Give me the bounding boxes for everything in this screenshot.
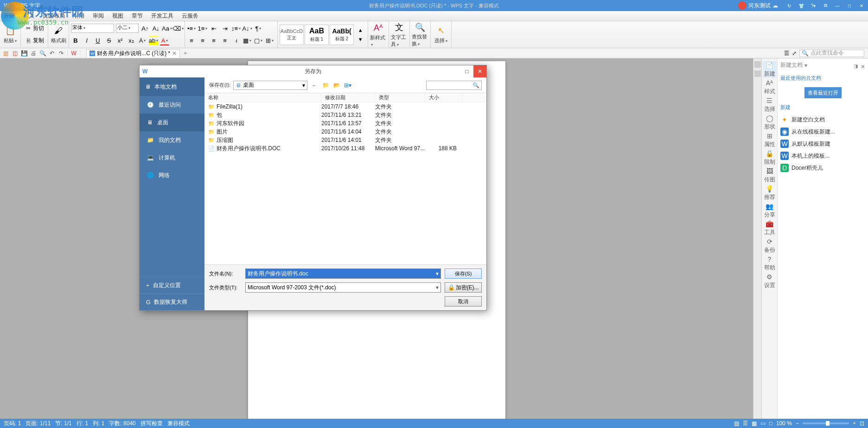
- task-pane-expand-icon[interactable]: ◨: [854, 64, 858, 70]
- increase-indent-icon[interactable]: ⇥: [220, 24, 230, 33]
- text-tools-button[interactable]: 文文字工具: [391, 23, 408, 47]
- find-replace-button[interactable]: 🔍查找替换: [412, 23, 428, 47]
- align-right-icon[interactable]: ≡: [209, 36, 218, 45]
- menu-section[interactable]: 章节: [132, 12, 143, 20]
- qat-new-icon[interactable]: ▥: [2, 50, 9, 57]
- cut-button[interactable]: ✂剪切: [23, 24, 46, 33]
- zoom-level[interactable]: 100 %: [776, 420, 792, 427]
- align-center-icon[interactable]: ≡: [198, 36, 207, 45]
- menu-developer[interactable]: 开发工具: [151, 12, 173, 20]
- side-icon-1[interactable]: [754, 61, 761, 68]
- tabs-icon[interactable]: ⊞: [265, 36, 274, 45]
- borders-icon[interactable]: ▢: [254, 36, 263, 45]
- font-name-combo[interactable]: 宋体: [71, 24, 114, 33]
- align-left-icon[interactable]: ≡: [187, 36, 196, 45]
- up-icon[interactable]: 📁: [321, 81, 330, 89]
- underline-button[interactable]: U: [93, 36, 102, 45]
- menu-page-layout[interactable]: 页面布局: [43, 12, 65, 20]
- minimize-button[interactable]: —: [833, 1, 842, 10]
- task-pane-close-icon[interactable]: ✕: [861, 64, 865, 70]
- rail-backup[interactable]: ⟳备份: [763, 237, 777, 254]
- status-pages[interactable]: 页面: 1/11: [26, 420, 51, 428]
- qat-print-icon[interactable]: 🖨: [30, 50, 37, 57]
- bullets-icon[interactable]: •≡: [187, 24, 196, 33]
- new-tab-button[interactable]: +: [181, 50, 190, 57]
- new-folder-icon[interactable]: 📂: [332, 81, 341, 89]
- paste-button[interactable]: 📋 粘贴: [2, 23, 19, 47]
- zoom-in-button[interactable]: +: [853, 420, 856, 427]
- view-print-layout-icon[interactable]: ▤: [734, 420, 739, 427]
- save-location-combo[interactable]: 🖥桌面▾: [233, 81, 307, 90]
- chevron-down-icon[interactable]: ▾: [804, 62, 807, 69]
- shading-icon[interactable]: ▦: [243, 36, 252, 45]
- zoom-slider[interactable]: [803, 422, 849, 424]
- rail-props[interactable]: ⊞属性: [763, 132, 777, 148]
- panel-toggle-icon[interactable]: ☰: [784, 50, 789, 57]
- italic-button[interactable]: I: [82, 36, 91, 45]
- view-icon[interactable]: ⊞▾: [344, 81, 352, 89]
- status-words[interactable]: 字数: 8040: [109, 420, 135, 428]
- save-button[interactable]: 保存(S): [445, 268, 482, 279]
- rail-new[interactable]: 📄新建: [763, 61, 777, 78]
- qat-undo-icon[interactable]: ↶: [48, 50, 56, 57]
- new-style-button[interactable]: Aᴬ新样式: [370, 23, 387, 47]
- style-scroll-up[interactable]: ▴: [356, 26, 365, 35]
- sidebar-item-network[interactable]: 🌐网络: [140, 166, 204, 184]
- rail-select[interactable]: ☰选择: [763, 96, 777, 113]
- docer-link[interactable]: DDocer稻壳儿: [780, 162, 865, 174]
- col-size[interactable]: 大小: [425, 93, 462, 102]
- bold-button[interactable]: B: [71, 36, 80, 45]
- side-icon-2[interactable]: [754, 70, 761, 77]
- recent-cloud-link[interactable]: 最近使用的云文档: [780, 75, 865, 82]
- file-search-box[interactable]: 🔍: [426, 81, 482, 90]
- show-marks-icon[interactable]: ¶: [254, 24, 263, 33]
- menu-view[interactable]: 视图: [112, 12, 123, 20]
- qat-wps-icon[interactable]: W: [70, 50, 77, 57]
- file-row[interactable]: 📁图片2017/11/6 14:04文件夹: [204, 128, 486, 136]
- text-effects-icon[interactable]: A: [138, 36, 147, 45]
- strike-button[interactable]: S: [104, 36, 114, 45]
- new-blank-doc[interactable]: ✦新建空白文档: [780, 114, 865, 126]
- qat-preview-icon[interactable]: 🔍: [39, 50, 46, 57]
- file-row[interactable]: 📁压缩图2017/11/6 14:01文件夹: [204, 136, 486, 144]
- filename-input[interactable]: 财务用户操作说明书.doc▾: [245, 268, 441, 279]
- sidebar-item-computer[interactable]: 💻计算机: [140, 149, 204, 166]
- grow-font-icon[interactable]: A↑: [140, 24, 149, 33]
- qat-redo-icon[interactable]: ↷: [57, 50, 65, 57]
- menu-insert[interactable]: 插入: [23, 12, 34, 20]
- rail-share[interactable]: 👥分享: [763, 202, 777, 219]
- encrypt-button[interactable]: 🔒加密(E)...: [445, 282, 482, 293]
- menu-start[interactable]: 开始: [4, 12, 15, 20]
- clear-format-icon[interactable]: ⌫: [173, 24, 183, 33]
- new-from-default[interactable]: W从默认模板新建: [780, 138, 865, 150]
- file-row[interactable]: 📁FileZilla(1)2017/7/7 18:46文件夹: [204, 102, 486, 111]
- sidebar-item-recent[interactable]: 🕘最近访问: [140, 96, 204, 114]
- new-from-online[interactable]: ◉从在线模板新建...: [780, 126, 865, 138]
- style-scroll-down[interactable]: ▾: [356, 35, 365, 44]
- close-button[interactable]: ✕: [857, 1, 866, 10]
- data-recovery-button[interactable]: G数据恢复大师: [140, 294, 204, 310]
- distribute-icon[interactable]: ⫞: [231, 36, 241, 45]
- document-tab[interactable]: W 财务用户操作说明...C (只读) * ✕: [86, 49, 180, 57]
- maximize-button[interactable]: □: [845, 1, 854, 10]
- sidebar-item-desktop[interactable]: 🖥桌面: [140, 114, 204, 131]
- file-list[interactable]: 📁FileZilla(1)2017/7/7 18:46文件夹📁包2017/11/…: [204, 102, 486, 264]
- zoom-out-button[interactable]: −: [796, 420, 799, 427]
- qat-save-icon[interactable]: 💾: [20, 50, 28, 57]
- ribbon-toggle-icon[interactable]: ⤢: [792, 50, 797, 57]
- line-spacing-icon[interactable]: ↕≡: [231, 24, 241, 33]
- rail-recommend[interactable]: 💡推荐: [763, 185, 777, 201]
- subscript-button[interactable]: x₂: [127, 36, 136, 45]
- select-button[interactable]: ↖选择: [433, 23, 449, 47]
- help-icon[interactable]: ?▾: [809, 1, 818, 10]
- style-heading1[interactable]: AaB标题 1: [305, 25, 329, 45]
- style-heading2[interactable]: AaBb(标题 2: [330, 25, 354, 45]
- col-date[interactable]: 修改日期: [321, 93, 375, 102]
- view-web-icon[interactable]: ▦: [752, 420, 757, 427]
- rail-restrict[interactable]: 🔒限制: [763, 149, 777, 166]
- font-size-combo[interactable]: 小二: [116, 24, 139, 33]
- custom-location-button[interactable]: +自定义位置: [140, 277, 204, 294]
- rail-image[interactable]: 🖼传图: [763, 167, 777, 184]
- command-search[interactable]: 🔍点此查找命令: [799, 50, 864, 57]
- menu-review[interactable]: 审阅: [93, 12, 104, 20]
